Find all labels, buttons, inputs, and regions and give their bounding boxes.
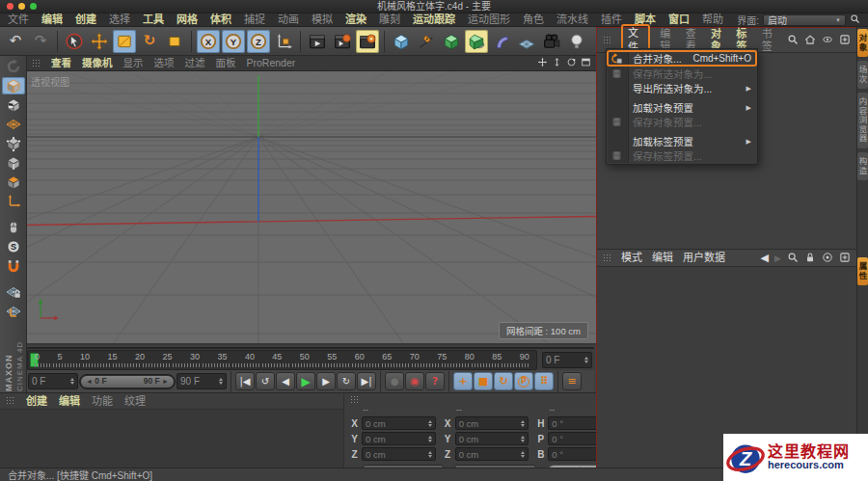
next-frame-button[interactable]: ▶ <box>316 372 336 390</box>
live-selection-tool[interactable] <box>63 30 86 53</box>
key-scale-toggle[interactable]: ■ <box>474 372 493 390</box>
autokey-button[interactable]: ● <box>385 372 404 390</box>
menubar-item-15[interactable]: 流水线 <box>556 13 588 26</box>
spinner-icon[interactable] <box>521 420 525 427</box>
viewport-menu-3[interactable]: 选项 <box>154 57 175 69</box>
menubar-item-11[interactable]: 雕刻 <box>379 13 400 26</box>
model-mode-button[interactable] <box>2 77 25 94</box>
home-icon[interactable] <box>804 34 816 47</box>
viewport-canvas[interactable]: 透视视图 网格间距 : 100 cm <box>27 71 596 343</box>
menubar-item-9[interactable]: 模拟 <box>312 13 333 26</box>
spinner-icon[interactable] <box>584 357 588 363</box>
coordinate-field[interactable]: 0 cm <box>362 447 436 461</box>
viewport-menu-1[interactable]: 摄像机 <box>82 57 113 69</box>
coordinate-field[interactable]: 0 cm <box>455 447 529 461</box>
search-icon[interactable] <box>850 13 860 26</box>
target-icon[interactable] <box>822 252 833 265</box>
render-settings-button[interactable] <box>356 30 379 53</box>
object-manager-menu-5[interactable]: 书签 <box>762 28 777 53</box>
menubar-item-13[interactable]: 运动图形 <box>468 13 510 26</box>
frame-range-slider[interactable]: ◄ 0 F90 F ► <box>79 374 176 389</box>
attribute-menu-2[interactable]: 用户数据 <box>683 252 725 264</box>
spinner-icon[interactable] <box>428 451 432 458</box>
environment-button[interactable] <box>515 30 538 53</box>
render-picture-viewer-button[interactable] <box>331 30 354 53</box>
spinner-icon[interactable] <box>428 420 432 427</box>
viewport-menu-4[interactable]: 过滤 <box>185 57 205 69</box>
record-keyframe-button[interactable]: ◉ <box>405 372 424 390</box>
scale-tool[interactable] <box>113 30 136 53</box>
goto-end-button[interactable]: ▶| <box>357 372 376 390</box>
spinner-icon[interactable] <box>521 436 525 442</box>
last-used-tool[interactable] <box>163 30 186 53</box>
generators-button[interactable] <box>465 30 488 53</box>
coordinate-system-toggle[interactable] <box>272 30 295 53</box>
y-axis-lock[interactable]: Y <box>222 30 245 53</box>
start-frame-field[interactable]: 0 F <box>28 373 78 389</box>
menubar-item-10[interactable]: 渲染 <box>345 13 366 26</box>
coordinate-field[interactable]: 0 cm <box>362 416 436 430</box>
filter-icon[interactable] <box>822 34 833 47</box>
grip-handle-icon[interactable] <box>6 396 14 406</box>
material-list[interactable] <box>0 410 343 468</box>
viewport-rotate-icon[interactable] <box>566 57 577 69</box>
menubar-item-14[interactable]: 角色 <box>523 13 544 26</box>
key-position-toggle[interactable]: + <box>453 372 473 390</box>
redo-button[interactable]: ↷ <box>29 30 52 53</box>
viewport-maximize-icon[interactable] <box>581 57 591 69</box>
move-tool[interactable] <box>88 30 111 53</box>
menubar-item-6[interactable]: 体积 <box>210 13 231 26</box>
polygons-mode-button[interactable] <box>2 174 25 191</box>
spline-pen-button[interactable] <box>415 30 438 53</box>
menubar-item-5[interactable]: 网格 <box>176 13 198 26</box>
dock-tab-2[interactable]: 内容浏览器 <box>857 93 868 148</box>
z-axis-lock[interactable]: Z <box>247 30 270 53</box>
spinner-icon[interactable] <box>428 436 432 442</box>
timeline-ruler[interactable]: 051015202530354045505560657075808590 <box>27 350 537 370</box>
previous-frame-button[interactable]: ◀ <box>276 372 295 390</box>
align-workplane-button[interactable] <box>2 303 25 320</box>
viewport-menu-0[interactable]: 查看 <box>51 57 71 69</box>
deformers-button[interactable] <box>490 30 513 53</box>
grip-handle-icon[interactable] <box>603 254 611 263</box>
end-frame-field[interactable]: 90 F <box>176 373 227 389</box>
workplane-mode-button[interactable] <box>2 116 25 133</box>
menubar-item-16[interactable]: 插件 <box>601 13 622 26</box>
magnet-tool-button[interactable] <box>2 257 25 275</box>
menubar-item-8[interactable]: 动画 <box>278 13 299 26</box>
viewport-pan-icon[interactable] <box>537 57 548 69</box>
search-icon[interactable] <box>787 252 799 265</box>
menubar-item-2[interactable]: 创建 <box>75 13 96 26</box>
spinner-icon[interactable] <box>219 378 223 385</box>
coordinate-field[interactable]: 0 cm <box>362 432 436 445</box>
render-view-button[interactable] <box>306 30 329 53</box>
light-button[interactable] <box>565 30 588 53</box>
viewport-menu-5[interactable]: 面板 <box>216 57 236 69</box>
play-button[interactable]: ▶ <box>296 372 315 390</box>
previous-key-button[interactable]: ↺ <box>256 372 275 390</box>
rotate-tool[interactable]: ↻ <box>138 30 161 53</box>
minimize-button[interactable] <box>18 3 25 10</box>
camera-button[interactable] <box>540 30 563 53</box>
dock-tab-bottom-0[interactable]: 属性 <box>857 257 868 285</box>
attribute-menu-0[interactable]: 模式 <box>621 252 642 264</box>
viewport-menu-6[interactable]: ProRender <box>247 57 296 69</box>
x-axis-lock[interactable]: X <box>197 30 220 53</box>
add-panel-icon[interactable] <box>839 252 851 265</box>
frame-range-pill[interactable]: ◄ 0 F90 F ► <box>81 376 174 387</box>
grip-handle-icon[interactable] <box>32 59 41 68</box>
history-forward-icon[interactable]: ▶ <box>774 254 781 263</box>
dock-tab-3[interactable]: 构造 <box>857 152 868 180</box>
menubar-item-3[interactable]: 选择 <box>109 13 130 26</box>
viewport-zoom-icon[interactable] <box>552 57 562 69</box>
zoom-button[interactable] <box>30 3 37 10</box>
lock-icon[interactable] <box>804 252 816 265</box>
axis-mode-button[interactable] <box>2 193 25 210</box>
grip-handle-icon[interactable] <box>603 36 611 45</box>
subdivision-surface-button[interactable] <box>440 30 463 53</box>
menubar-item-0[interactable]: 文件 <box>8 13 29 26</box>
material-menu-0[interactable]: 创建 <box>26 395 47 408</box>
spinner-icon[interactable] <box>521 451 525 458</box>
primitive-cube-button[interactable] <box>390 30 413 53</box>
menubar-item-1[interactable]: 编辑 <box>41 13 63 26</box>
